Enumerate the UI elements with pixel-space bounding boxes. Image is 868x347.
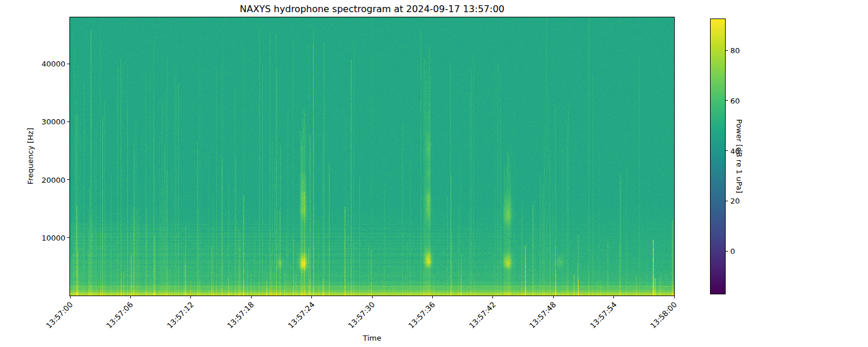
x-tick-mark: [251, 296, 252, 298]
y-tick-mark: [67, 121, 69, 122]
x-tick-mark: [311, 296, 312, 298]
colorbar: [710, 19, 726, 294]
x-tick-mark: [432, 296, 433, 298]
colorbar-tick-mark: [726, 201, 728, 201]
colorbar-tick-mark: [726, 100, 728, 101]
colorbar-tick-label: 60: [730, 96, 740, 105]
x-tick-mark: [613, 296, 614, 298]
x-tick-label: 13:57:54: [567, 300, 618, 347]
y-tick-label: 30000: [8, 117, 65, 126]
colorbar-tick-mark: [726, 150, 728, 151]
colorbar-label: Power [dB re 1 uPa]: [735, 119, 744, 193]
y-tick-mark: [67, 179, 69, 180]
x-tick-mark: [553, 296, 554, 298]
x-tick-label: 13:57:18: [204, 300, 255, 347]
y-tick-mark: [67, 64, 69, 64]
spectrogram-figure: NAXYS hydrophone spectrogram at 2024-09-…: [0, 0, 868, 347]
x-tick-label: 13:57:12: [144, 300, 195, 347]
x-tick-label: 13:57:48: [506, 300, 557, 347]
x-axis-label: Time: [363, 334, 381, 342]
y-tick-label: 10000: [8, 233, 65, 242]
y-tick-label: 40000: [8, 60, 65, 68]
x-tick-mark: [130, 296, 131, 298]
x-tick-label: 13:57:00: [23, 300, 74, 347]
x-tick-label: 13:58:00: [627, 300, 678, 347]
colorbar-tick-mark: [726, 50, 728, 51]
x-tick-label: 13:57:06: [84, 300, 135, 347]
colorbar-tick-label: 80: [730, 46, 740, 55]
x-tick-label: 13:57:42: [446, 300, 497, 347]
x-tick-mark: [674, 296, 675, 298]
colorbar-tick-mark: [726, 251, 728, 252]
colorbar-tick-label: 20: [730, 197, 740, 205]
plot-title: NAXYS hydrophone spectrogram at 2024-09-…: [70, 3, 674, 14]
plot-area: [69, 17, 675, 296]
x-tick-label: 13:57:24: [265, 300, 316, 347]
x-tick-mark: [372, 296, 373, 298]
spectrogram-image: [70, 17, 674, 296]
colorbar-tick-label: 0: [730, 247, 735, 256]
x-tick-label: 13:57:36: [386, 300, 437, 347]
y-tick-label: 20000: [8, 175, 65, 184]
y-tick-mark: [67, 237, 69, 238]
x-tick-mark: [70, 296, 71, 298]
x-tick-mark: [190, 296, 191, 298]
x-tick-mark: [492, 296, 493, 298]
